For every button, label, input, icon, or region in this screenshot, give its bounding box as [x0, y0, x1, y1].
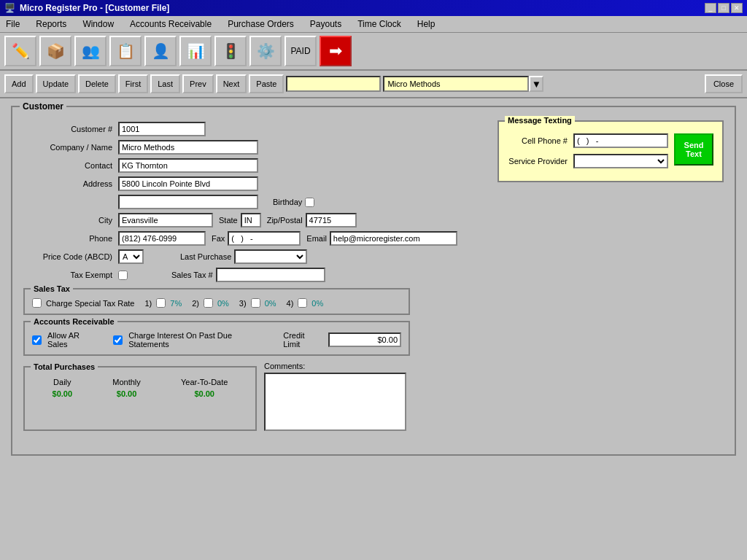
delete-button[interactable]: Delete [78, 74, 116, 93]
birthday-checkbox[interactable] [305, 198, 314, 207]
exit-icon: ➡ [329, 42, 342, 61]
sales-tax-num-input[interactable] [216, 268, 325, 282]
first-button[interactable]: First [118, 74, 148, 93]
fax-label: Fax [212, 234, 225, 243]
send-text-button[interactable]: Send Text [674, 133, 713, 166]
tool-traffic-button[interactable]: 🚦 [214, 36, 247, 66]
menu-window[interactable]: Window [80, 18, 117, 31]
tax-rate-4-label: 4) [287, 299, 294, 308]
toolbar: ✏️ 📦 👥 📋 👤 📊 🚦 ⚙️ PAID ➡ [0, 33, 747, 71]
menu-time-clock[interactable]: Time Clock [355, 18, 404, 31]
customer-num-input[interactable] [118, 122, 206, 136]
total-purchases-label: Total Purchases [31, 362, 98, 371]
update-button[interactable]: Update [36, 74, 76, 93]
close-window-button[interactable]: ✕ [731, 3, 743, 13]
monthly-value: $0.00 [112, 389, 141, 398]
next-button[interactable]: Next [216, 74, 247, 93]
address1-input[interactable] [118, 176, 258, 191]
menu-help[interactable]: Help [414, 18, 438, 31]
customer-dropdown-input[interactable] [383, 76, 529, 92]
nav-bar: Add Update Delete First Last Prev Next P… [0, 71, 747, 98]
price-code-label: Price Code (ABCD) [23, 252, 118, 261]
email-label: Email [306, 234, 327, 243]
tax-exempt-label: Tax Exempt [23, 271, 118, 279]
tool-customers-button[interactable]: 👥 [74, 36, 107, 66]
tax-rate-2-label: 2) [192, 299, 199, 308]
daily-value: $0.00 [53, 389, 73, 398]
monthly-label: Monthly [112, 378, 141, 386]
tax-rate-1-value: 7% [170, 299, 182, 308]
company-name-input[interactable] [118, 140, 258, 155]
address-label: Address [23, 179, 118, 188]
pencil-icon: ✏️ [12, 42, 30, 60]
minimize-button[interactable]: _ [705, 3, 716, 13]
zip-input[interactable] [306, 213, 357, 228]
tool-employee-button[interactable]: 👤 [144, 36, 177, 66]
prev-button[interactable]: Prev [182, 74, 214, 93]
title-bar: 🖥️ Micro Register Pro - [Customer File] … [0, 0, 747, 16]
tool-box-button[interactable]: 📦 [39, 36, 71, 66]
title-bar-text: Micro Register Pro - [Customer File] [20, 3, 169, 13]
last-button[interactable]: Last [150, 74, 180, 93]
allow-ar-sales-label: Allow AR Sales [47, 331, 100, 349]
clipboard-icon: 📋 [117, 42, 135, 60]
charge-special-tax-checkbox[interactable] [32, 298, 42, 308]
customer-dropdown-wrapper: ▼ [383, 76, 543, 92]
message-texting-box: Message Texting Cell Phone # Service Pro… [498, 120, 724, 182]
charge-interest-checkbox[interactable] [113, 335, 123, 345]
customer-dropdown-button[interactable]: ▼ [529, 76, 543, 92]
company-name-label: Company / Name [23, 143, 118, 152]
tool-pencil-button[interactable]: ✏️ [4, 36, 36, 66]
comments-textarea[interactable] [264, 373, 406, 431]
customer-group-box: Customer Message Texting Cell Phone # Se… [11, 106, 736, 456]
tool-orders-button[interactable]: 📊 [179, 36, 212, 66]
customers-icon: 👥 [82, 42, 100, 60]
gear-icon: ⚙️ [257, 42, 275, 60]
address2-input[interactable] [118, 195, 258, 209]
tool-clipboard-button[interactable]: 📋 [109, 36, 142, 66]
zip-label: Zip/Postal [267, 216, 303, 225]
menu-payouts[interactable]: Payouts [307, 18, 344, 31]
menu-reports[interactable]: Reports [33, 18, 69, 31]
birthday-label: Birthday [273, 198, 302, 206]
sales-tax-num-label: Sales Tax # [171, 271, 213, 279]
tax-rate-2-checkbox[interactable] [204, 298, 213, 308]
price-code-select[interactable]: ABCD [118, 249, 144, 264]
last-purchase-label: Last Purchase [180, 252, 231, 261]
tool-gear-button[interactable]: ⚙️ [249, 36, 282, 66]
tool-exit-button[interactable]: ➡ [320, 36, 352, 66]
sales-tax-group-label: Sales Tax [31, 284, 73, 293]
tax-rate-4-value: 0% [311, 299, 323, 308]
credit-limit-input[interactable] [328, 332, 401, 347]
allow-ar-sales-checkbox[interactable] [32, 335, 42, 345]
service-provider-select[interactable] [573, 154, 668, 168]
contact-input[interactable] [118, 158, 258, 173]
tax-rate-1-label: 1) [144, 299, 152, 308]
message-texting-label: Message Texting [505, 116, 575, 125]
tax-rate-4-checkbox[interactable] [298, 298, 307, 308]
state-input[interactable] [241, 213, 261, 228]
tax-exempt-checkbox[interactable] [118, 271, 128, 280]
tool-paid-button[interactable]: PAID [285, 36, 317, 66]
sales-tax-group: Sales Tax Charge Special Tax Rate 1) 7% … [23, 288, 410, 315]
cell-phone-input[interactable] [573, 133, 668, 148]
email-input[interactable] [330, 231, 457, 246]
search-input[interactable] [286, 76, 381, 92]
close-button[interactable]: Close [705, 74, 743, 93]
menu-accounts-receivable[interactable]: Accounts Receivable [127, 18, 214, 31]
ytd-value: $0.00 [181, 389, 228, 398]
paste-button[interactable]: Paste [249, 74, 284, 93]
maximize-button[interactable]: □ [718, 3, 729, 13]
last-purchase-select[interactable] [234, 249, 307, 264]
tax-rate-1-checkbox[interactable] [156, 298, 166, 308]
city-input[interactable] [118, 213, 213, 228]
phone-input[interactable] [118, 231, 206, 246]
fax-input[interactable] [228, 231, 301, 246]
tax-rate-3-checkbox[interactable] [251, 298, 260, 308]
daily-label: Daily [53, 378, 73, 386]
orders-icon: 📊 [187, 42, 205, 60]
add-button[interactable]: Add [4, 74, 34, 93]
city-label: City [23, 216, 118, 225]
menu-file[interactable]: File [3, 18, 23, 31]
menu-purchase-orders[interactable]: Purchase Orders [225, 18, 297, 31]
